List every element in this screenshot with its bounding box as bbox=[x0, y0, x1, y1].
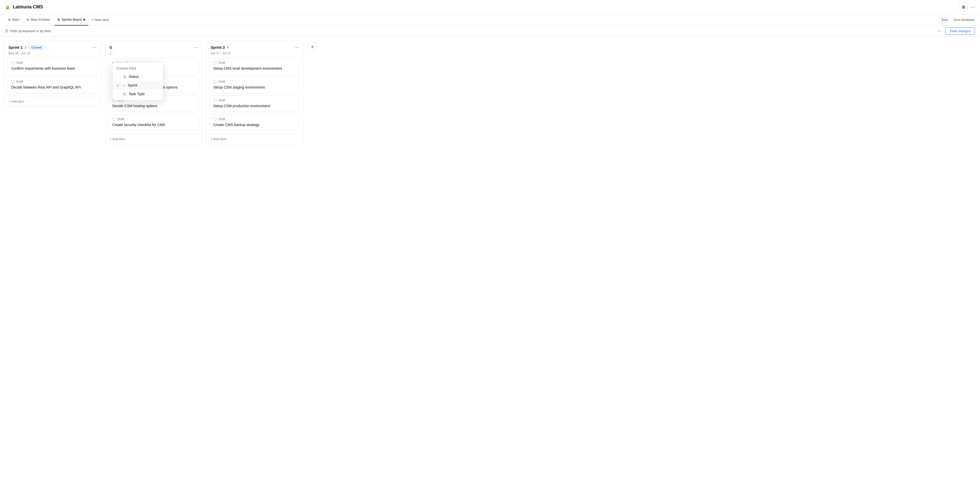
card-c2-status-label: Draft bbox=[16, 80, 23, 83]
card-c5-title: Decide CSM hosting options bbox=[112, 103, 195, 109]
card-c1[interactable]: Draft Confirm requirments with business … bbox=[7, 58, 98, 75]
sprint-1-title: Sprint 1 bbox=[8, 45, 23, 49]
sprint-column-1: Sprint 1 2 Current ··· May 30 - Jun 12 D… bbox=[4, 41, 101, 107]
sprint-2-title: S bbox=[110, 45, 112, 49]
column-field-dropdown: Column Field ⊡ Status ✓ ○ Sprint ⊡ Task … bbox=[112, 62, 163, 100]
main-tab-icon: ⊞ bbox=[8, 18, 11, 21]
main-kanban-tab-icon: ⊞ bbox=[27, 18, 29, 21]
dropdown-item-status[interactable]: ⊡ Status bbox=[113, 72, 163, 81]
draft-circle-c10 bbox=[213, 117, 217, 121]
draft-circle-c8 bbox=[213, 80, 217, 83]
sprint-1-header-left: Sprint 1 2 Current bbox=[8, 45, 45, 50]
sprint-1-count: 2 bbox=[25, 45, 27, 49]
task-type-item-icon: ⊡ bbox=[123, 92, 126, 96]
draft-circle-c1 bbox=[11, 61, 15, 65]
card-c6-status-label: Draft bbox=[118, 117, 124, 121]
lock-icon: 🔒 bbox=[5, 5, 10, 10]
sprint-2-header-left: S bbox=[110, 45, 112, 49]
beta-badge: Beta bbox=[939, 18, 951, 22]
sprint-3-date: Jun 27 - Jul 10 bbox=[207, 51, 303, 58]
sprint-1-header: Sprint 1 2 Current ··· bbox=[4, 41, 101, 51]
card-c6-status: Draft bbox=[112, 117, 195, 121]
new-view-button[interactable]: + New view bbox=[89, 16, 111, 23]
app-title: 🔒 Laimuna CMS bbox=[5, 4, 43, 10]
sprint-3-title: Sprint 3 bbox=[210, 45, 225, 49]
filter-left[interactable]: ☰ Filter by keyword or by field bbox=[5, 29, 51, 33]
card-c7-status-label: Draft bbox=[218, 61, 225, 65]
main-kanban-tab-label: Main Kanban bbox=[30, 18, 50, 21]
card-c10-status-label: Draft bbox=[218, 117, 225, 121]
sprint-item-icon: ○ bbox=[123, 83, 125, 87]
sprint-1-cards: Draft Confirm requirments with business … bbox=[4, 58, 101, 95]
sprint-3-header: Sprint 3 4 ··· bbox=[207, 41, 303, 51]
new-view-label: + New view bbox=[92, 18, 109, 22]
dropdown-task-type-label: Task Type bbox=[129, 92, 145, 96]
main-tab-label: Main bbox=[12, 18, 19, 21]
layout-icon-button[interactable]: ⊞ bbox=[959, 3, 967, 11]
card-c7[interactable]: Draft Setup CMS local development enviro… bbox=[210, 58, 300, 75]
sprint-1-more-button[interactable]: ··· bbox=[93, 45, 97, 50]
filter-placeholder: Filter by keyword or by field bbox=[10, 29, 51, 33]
tab-sprints-board[interactable]: ⊞ Sprints Board bbox=[54, 14, 88, 25]
card-c8-title: Setup CSM staging environment bbox=[213, 85, 296, 90]
card-c6-title: Create security checklist for CMS bbox=[112, 123, 195, 127]
card-c2-title: Decide between Rest API and GraphQL API bbox=[11, 85, 94, 90]
filter-right: ← Save changes bbox=[938, 27, 975, 35]
card-c10[interactable]: Draft Create CMS backup strategy bbox=[210, 114, 300, 131]
sprint-3-cards: Draft Setup CMS local development enviro… bbox=[207, 58, 303, 133]
sprint-3-count: 4 bbox=[227, 45, 229, 49]
top-bar-right: ⊞ ··· bbox=[959, 3, 975, 11]
draft-circle-c2 bbox=[11, 80, 15, 83]
sprint-3-header-left: Sprint 3 4 bbox=[210, 45, 229, 49]
card-c1-status: Draft bbox=[11, 61, 94, 65]
sprint-1-add-item-button[interactable]: + Add item bbox=[4, 96, 101, 107]
card-c9-status-label: Draft bbox=[218, 99, 225, 102]
card-c9-status: Draft bbox=[213, 99, 296, 102]
card-c1-title: Confirm requirments with business team bbox=[11, 66, 94, 71]
sprint-check-icon: ✓ bbox=[117, 83, 121, 87]
tab-main[interactable]: ⊞ Main bbox=[5, 14, 22, 25]
top-bar: 🔒 Laimuna CMS ⊞ ··· bbox=[0, 0, 980, 14]
card-c8[interactable]: Draft Setup CSM staging environment bbox=[210, 76, 300, 93]
save-changes-button[interactable]: Save changes bbox=[945, 27, 975, 35]
card-c2[interactable]: Draft Decide between Rest API and GraphQ… bbox=[7, 76, 98, 93]
active-tab-dot bbox=[83, 19, 85, 21]
sprint-2-date: J... bbox=[105, 51, 202, 58]
dropdown-item-sprint[interactable]: ✓ ○ Sprint bbox=[113, 81, 163, 89]
card-c10-title: Create CMS backup strategy bbox=[213, 123, 296, 127]
card-c9-title: Setup CSM production environment bbox=[213, 103, 296, 109]
status-item-icon: ⊡ bbox=[123, 75, 126, 79]
sprint-1-current-badge: Current bbox=[29, 45, 45, 50]
card-c7-status: Draft bbox=[213, 61, 296, 65]
sprint-column-3: Sprint 3 4 ··· Jun 27 - Jul 10 Draft Set… bbox=[206, 41, 303, 144]
sprints-board-tab-label: Sprints Board bbox=[62, 18, 82, 21]
dropdown-status-label: Status bbox=[129, 75, 139, 79]
app-title-text: Laimuna CMS bbox=[13, 4, 43, 10]
card-c9[interactable]: Draft Setup CSM production environment bbox=[210, 95, 300, 112]
draft-circle-c9 bbox=[213, 99, 217, 102]
card-c2-status: Draft bbox=[11, 80, 94, 83]
tab-bar-right: Beta Give feedback bbox=[939, 18, 975, 22]
sprints-board-tab-icon: ⊞ bbox=[57, 18, 60, 21]
sprint-1-date: May 30 - Jun 12 bbox=[4, 51, 101, 58]
sprint-3-add-item-button[interactable]: + Add item bbox=[207, 134, 303, 144]
sprint-2-add-item-button[interactable]: + Add item bbox=[105, 134, 202, 144]
sprint-3-more-button[interactable]: ··· bbox=[295, 45, 299, 50]
back-button[interactable]: ← bbox=[938, 28, 942, 34]
card-c6[interactable]: Draft Create security checklist for CMS bbox=[108, 114, 199, 131]
dropdown-item-task-type[interactable]: ⊡ Task Type bbox=[113, 89, 163, 98]
draft-circle-c7 bbox=[213, 61, 217, 65]
add-column-button[interactable]: + bbox=[307, 42, 318, 52]
tab-bar: ⊞ Main ⊞ Main Kanban ⊞ Sprints Board + N… bbox=[0, 14, 980, 25]
draft-circle-c6 bbox=[112, 117, 116, 121]
sprint-2-more-button[interactable]: ··· bbox=[194, 45, 198, 50]
feedback-button[interactable]: Give feedback bbox=[954, 18, 975, 22]
filter-icon: ☰ bbox=[5, 29, 8, 33]
dropdown-header: Column Field bbox=[113, 65, 163, 72]
tab-main-kanban[interactable]: ⊞ Main Kanban bbox=[24, 14, 53, 25]
more-options-button[interactable]: ··· bbox=[970, 4, 975, 10]
card-c1-status-label: Draft bbox=[16, 61, 23, 65]
card-c8-status: Draft bbox=[213, 80, 296, 83]
dropdown-sprint-label: Sprint bbox=[128, 83, 137, 87]
filter-bar: ☰ Filter by keyword or by field ← Save c… bbox=[0, 25, 980, 37]
